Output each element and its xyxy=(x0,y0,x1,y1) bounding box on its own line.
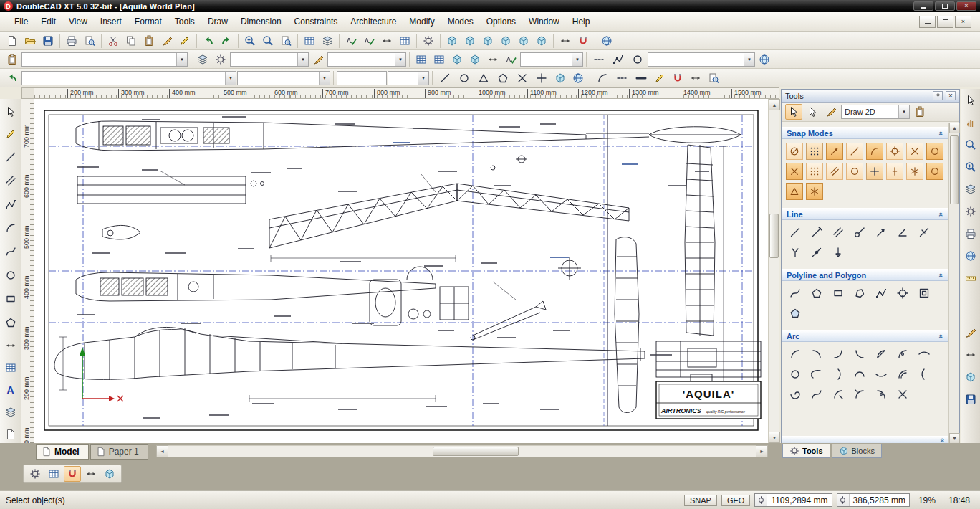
workplane-world-icon[interactable] xyxy=(443,33,461,49)
collapse-chevron-icon[interactable]: « xyxy=(938,437,947,442)
polygon-tool-icon[interactable] xyxy=(1,314,20,331)
grid-toggle2-icon[interactable] xyxy=(45,466,62,482)
section-header-arc[interactable]: Arc « xyxy=(782,330,948,342)
title-bar[interactable]: D DoubleCAD XT 5.0 32-bit - [Aquila Worl… xyxy=(0,0,980,12)
arc-break-icon[interactable] xyxy=(872,386,890,403)
panel-tab-blocks[interactable]: Blocks xyxy=(832,444,882,458)
menu-architecture[interactable]: Architecture xyxy=(345,14,402,29)
layer-combo[interactable]: ▼ xyxy=(230,52,309,67)
scroll-right-button[interactable]: ► xyxy=(756,445,768,457)
spelling-icon[interactable] xyxy=(420,33,437,49)
draw-circle-icon[interactable] xyxy=(455,70,474,87)
measure2-icon[interactable] xyxy=(687,70,704,86)
copy-icon[interactable] xyxy=(123,33,140,49)
vertical-scrollbar[interactable]: ▲ ▼ xyxy=(768,99,779,443)
layers-icon[interactable] xyxy=(194,52,211,67)
polyline-tool-icon[interactable] xyxy=(1,196,20,213)
dimension-icon[interactable] xyxy=(557,33,574,49)
zoom-icon[interactable] xyxy=(259,33,277,49)
line-tangent-icon[interactable] xyxy=(850,224,869,241)
dropdown-icon[interactable]: ▼ xyxy=(319,72,330,85)
arc-mode-icon[interactable] xyxy=(593,70,612,87)
arc-rotated-icon[interactable] xyxy=(915,366,933,383)
menu-view[interactable]: View xyxy=(63,14,93,29)
calculator-icon[interactable] xyxy=(396,33,413,49)
cursor-position-icon[interactable] xyxy=(837,494,850,506)
rectangle-tool-icon[interactable] xyxy=(1,290,20,308)
snap-perpendicular-icon[interactable] xyxy=(886,163,903,180)
snap-intersection-icon[interactable] xyxy=(906,143,923,160)
snap-status-toggle[interactable]: SNAP xyxy=(684,495,717,506)
hatch-tool-icon[interactable] xyxy=(2,360,19,376)
collapse-chevron-icon[interactable]: « xyxy=(937,130,946,135)
arc-concentric-icon[interactable] xyxy=(893,366,912,383)
section-header-line[interactable]: Line « xyxy=(782,208,948,220)
zoom-in-icon[interactable] xyxy=(241,33,259,49)
snap-ortho-icon[interactable] xyxy=(866,163,883,180)
preview2-icon[interactable] xyxy=(705,70,722,86)
arc-semi-icon[interactable] xyxy=(850,366,869,383)
save2-icon[interactable] xyxy=(962,391,979,407)
dimension-tool-icon[interactable] xyxy=(2,338,19,353)
close-button[interactable]: × xyxy=(956,1,976,11)
pencil-icon[interactable] xyxy=(176,33,193,49)
thick-line-icon[interactable] xyxy=(632,70,650,87)
doc-close-button[interactable]: × xyxy=(955,16,971,28)
menu-edit[interactable]: Edit xyxy=(35,14,62,29)
settings-toggle-icon[interactable] xyxy=(27,466,44,482)
arc-quarter-icon[interactable] xyxy=(829,366,847,383)
polygon-pentagon-icon[interactable] xyxy=(807,285,826,302)
open-icon[interactable] xyxy=(21,33,39,49)
print-icon[interactable] xyxy=(63,33,80,49)
dimension2-icon[interactable] xyxy=(962,347,979,363)
line-parallel-icon[interactable] xyxy=(829,224,847,241)
menu-modify[interactable]: Modify xyxy=(403,14,440,29)
collapse-chevron-icon[interactable]: « xyxy=(937,333,946,338)
layers-panel-icon[interactable] xyxy=(962,181,979,197)
text-tool-icon[interactable]: A xyxy=(2,382,19,398)
workplane-front-icon[interactable] xyxy=(479,33,496,49)
y-coordinate-value[interactable]: 386,5285 mm xyxy=(850,495,909,505)
zoom-level[interactable]: 19% xyxy=(914,495,940,505)
dashed-line-icon[interactable] xyxy=(612,70,631,87)
dropdown-icon[interactable]: ▼ xyxy=(395,53,405,66)
arc-three-point-icon[interactable] xyxy=(829,346,847,363)
line-perpendicular-icon[interactable] xyxy=(915,224,933,241)
circle-tool-icon[interactable] xyxy=(1,267,20,284)
property-painter-icon[interactable] xyxy=(4,52,21,67)
new-drawing-icon[interactable] xyxy=(4,33,21,49)
workplane-toggle-icon[interactable] xyxy=(101,466,118,482)
validate-icon[interactable] xyxy=(502,52,519,67)
arc-continue-icon[interactable] xyxy=(786,366,804,383)
arc-extend-icon[interactable] xyxy=(850,386,869,403)
line-vertical-icon[interactable] xyxy=(829,244,847,261)
linetype-combo[interactable]: ▼ xyxy=(648,52,755,67)
drawing-canvas[interactable]: 'AQUILA' AIRTRONICS quality R/C performa… xyxy=(34,99,768,443)
arc-angle-icon[interactable] xyxy=(915,346,933,363)
world-icon[interactable] xyxy=(570,70,587,86)
menu-insert[interactable]: Insert xyxy=(95,14,128,29)
menu-dimension[interactable]: Dimension xyxy=(235,14,287,29)
horizontal-ruler[interactable]: 200 mm 300 mm 400 mm 500 mm 600 mm 700 m… xyxy=(34,87,779,99)
horizontal-scrollbar[interactable]: ◄ ► xyxy=(156,445,768,457)
geo-status-toggle[interactable]: GEO xyxy=(721,495,750,506)
arc-spiral-icon[interactable] xyxy=(786,386,804,403)
snap-vertex-icon[interactable] xyxy=(806,143,823,160)
fraction-icon[interactable] xyxy=(532,70,551,87)
arc-tangent-icon[interactable] xyxy=(850,346,869,363)
vertical-scroll-thumb[interactable] xyxy=(769,214,779,258)
polyline-curve-icon[interactable] xyxy=(786,285,804,302)
save-icon[interactable] xyxy=(39,33,57,49)
pan-hand-icon[interactable] xyxy=(962,115,979,130)
draw-triangle-icon[interactable] xyxy=(474,70,493,87)
polygon-circumscribed-icon[interactable] xyxy=(893,285,912,302)
no-snap-icon[interactable] xyxy=(786,143,803,160)
menu-constraints[interactable]: Constraints xyxy=(289,14,344,29)
section-header-snap-modes[interactable]: Snap Modes « xyxy=(782,127,948,139)
panel-scroll-up[interactable]: ▲ xyxy=(949,123,960,133)
tools-panel-header[interactable]: Tools × xyxy=(782,90,959,103)
arc-smooth-icon[interactable] xyxy=(807,386,826,403)
web-tool-icon[interactable] xyxy=(962,248,979,264)
snap-magnet-icon[interactable] xyxy=(575,33,592,49)
menu-file[interactable]: File xyxy=(9,14,34,29)
